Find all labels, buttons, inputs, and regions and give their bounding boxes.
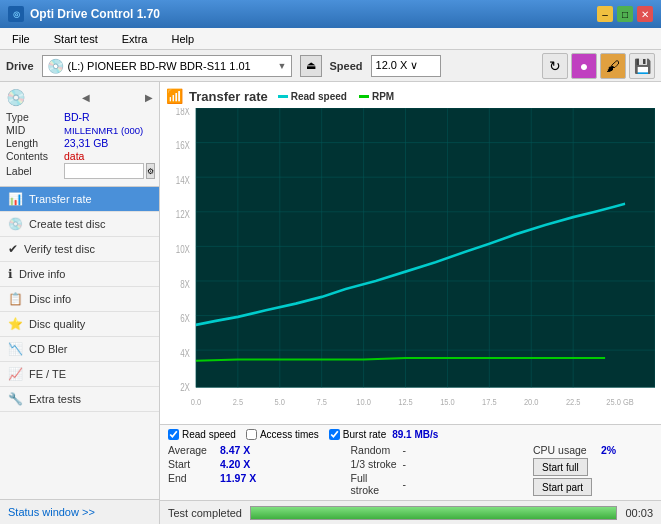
disc-type-row: Type BD-R — [6, 111, 153, 123]
disc-mid-row: MID MILLENMR1 (000) — [6, 124, 153, 136]
main-layout: 💿 ◀ ▶ Type BD-R MID MILLENMR1 (000) Leng… — [0, 82, 661, 524]
stats-end-value: 11.97 X — [220, 472, 258, 484]
nav-item-drive-info-label: Drive info — [19, 268, 65, 280]
content-area: 📶 Transfer rate Read speed RPM — [160, 82, 661, 524]
nav-item-fe-te-label: FE / TE — [29, 368, 66, 380]
nav-item-create-test-disc[interactable]: 💿 Create test disc — [0, 212, 159, 237]
drive-disc-icon: 💿 — [47, 58, 64, 74]
svg-text:12.5: 12.5 — [398, 396, 413, 407]
stats-cpu-row: CPU usage 2% — [533, 444, 639, 456]
disc-contents-row: Contents data — [6, 150, 153, 162]
svg-text:17.5: 17.5 — [482, 396, 497, 407]
save-button[interactable]: 💾 — [629, 53, 655, 79]
svg-text:10X: 10X — [176, 243, 191, 255]
svg-text:7.5: 7.5 — [316, 396, 326, 407]
verify-test-disc-icon: ✔ — [8, 242, 18, 256]
nav-item-transfer-rate[interactable]: 📊 Transfer rate — [0, 187, 159, 212]
stats-start-value: 4.20 X — [220, 458, 258, 470]
svg-text:14X: 14X — [176, 174, 191, 186]
disc-mid-value: MILLENMR1 (000) — [64, 125, 143, 136]
settings-button[interactable]: ● — [571, 53, 597, 79]
nav-item-verify-test-disc[interactable]: ✔ Verify test disc — [0, 237, 159, 262]
nav-item-fe-te[interactable]: 📈 FE / TE — [0, 362, 159, 387]
legend-read-speed: Read speed — [278, 91, 347, 102]
nav-item-cd-bler-label: CD Bler — [29, 343, 68, 355]
disc-label-btn[interactable]: ⚙ — [146, 163, 155, 179]
nav-item-disc-info[interactable]: 📋 Disc info — [0, 287, 159, 312]
nav-item-create-test-disc-label: Create test disc — [29, 218, 105, 230]
stats-rows: Average 8.47 X Start 4.20 X End 11.97 X — [168, 444, 653, 496]
menu-file[interactable]: File — [4, 31, 38, 47]
window-controls: – □ ✕ — [597, 6, 653, 22]
burst-rate-checkbox[interactable] — [329, 429, 340, 440]
svg-text:2.5: 2.5 — [233, 396, 243, 407]
disc-type-label: Type — [6, 111, 64, 123]
stats-col-right: CPU usage 2% Start full Start part — [533, 444, 653, 496]
stats-stroke-value: - — [403, 458, 441, 470]
svg-text:15.0: 15.0 — [440, 396, 455, 407]
svg-text:6X: 6X — [180, 312, 190, 324]
read-speed-checkbox-label: Read speed — [182, 429, 236, 440]
checkbox-read-speed[interactable]: Read speed — [168, 429, 236, 440]
stats-stroke-label: 1/3 stroke — [351, 458, 399, 470]
disc-nav-prev[interactable]: ◀ — [82, 92, 90, 103]
chart-container: 📶 Transfer rate Read speed RPM — [160, 82, 661, 424]
chart-title-row: 📶 Transfer rate Read speed RPM — [166, 88, 655, 104]
disc-contents-label: Contents — [6, 150, 64, 162]
disc-icon: 💿 — [6, 88, 26, 107]
start-part-button[interactable]: Start part — [533, 478, 592, 496]
nav-item-disc-info-label: Disc info — [29, 293, 71, 305]
status-window-label: Status window >> — [8, 506, 95, 518]
checkbox-access-times[interactable]: Access times — [246, 429, 319, 440]
stats-start-part-row: Start part — [533, 478, 592, 496]
access-times-checkbox[interactable] — [246, 429, 257, 440]
stats-random-value: - — [403, 444, 441, 456]
minimize-button[interactable]: – — [597, 6, 613, 22]
close-button[interactable]: ✕ — [637, 6, 653, 22]
read-speed-checkbox[interactable] — [168, 429, 179, 440]
disc-length-value: 23,31 GB — [64, 137, 108, 149]
stats-col-left: Average 8.47 X Start 4.20 X End 11.97 X — [168, 444, 351, 496]
stats-col-middle: Random - 1/3 stroke - Full stroke - — [351, 444, 534, 496]
start-full-button[interactable]: Start full — [533, 458, 588, 476]
nav-item-cd-bler[interactable]: 📉 CD Bler — [0, 337, 159, 362]
app-title: Opti Drive Control 1.70 — [30, 7, 160, 21]
checkbox-burst-rate[interactable]: Burst rate 89.1 MB/s — [329, 429, 439, 440]
status-text: Test completed — [168, 507, 242, 519]
svg-text:8X: 8X — [180, 277, 190, 289]
svg-text:4X: 4X — [180, 347, 190, 359]
speed-selector[interactable]: 12.0 X ∨ — [371, 55, 441, 77]
stats-area: Read speed Access times Burst rate 89.1 … — [160, 424, 661, 500]
menu-start-test[interactable]: Start test — [46, 31, 106, 47]
skin-button[interactable]: 🖌 — [600, 53, 626, 79]
disc-info-panel: 💿 ◀ ▶ Type BD-R MID MILLENMR1 (000) Leng… — [0, 82, 159, 187]
disc-nav-next[interactable]: ▶ — [145, 92, 153, 103]
stats-start-row: Start 4.20 X — [168, 458, 351, 470]
time-text: 00:03 — [625, 507, 653, 519]
nav-item-disc-quality[interactable]: ⭐ Disc quality — [0, 312, 159, 337]
stats-random-label: Random — [351, 444, 399, 456]
svg-text:5.0: 5.0 — [275, 396, 285, 407]
refresh-button[interactable]: ↻ — [542, 53, 568, 79]
nav-item-extra-tests[interactable]: 🔧 Extra tests — [0, 387, 159, 412]
progress-bar — [250, 506, 617, 520]
drive-label: Drive — [6, 60, 34, 72]
disc-label-input[interactable] — [64, 163, 144, 179]
nav-item-transfer-rate-label: Transfer rate — [29, 193, 92, 205]
svg-rect-0 — [196, 108, 655, 387]
nav-items: 📊 Transfer rate 💿 Create test disc ✔ Ver… — [0, 187, 159, 499]
status-window-button[interactable]: Status window >> — [0, 499, 159, 524]
menu-help[interactable]: Help — [163, 31, 202, 47]
menu-extra[interactable]: Extra — [114, 31, 156, 47]
stats-average-row: Average 8.47 X — [168, 444, 351, 456]
stats-cpu-label: CPU usage — [533, 444, 597, 456]
sidebar: 💿 ◀ ▶ Type BD-R MID MILLENMR1 (000) Leng… — [0, 82, 160, 524]
drive-selector[interactable]: 💿 (L:) PIONEER BD-RW BDR-S11 1.01 ▼ — [42, 55, 292, 77]
stats-average-label: Average — [168, 444, 216, 456]
chart-svg-container: 18X 16X 14X 12X 10X 8X 6X 4X 2X 0.0 2.5 … — [166, 108, 655, 414]
maximize-button[interactable]: □ — [617, 6, 633, 22]
nav-item-drive-info[interactable]: ℹ Drive info — [0, 262, 159, 287]
drive-select-text: (L:) PIONEER BD-RW BDR-S11 1.01 — [68, 60, 274, 72]
drive-dropdown-arrow: ▼ — [278, 61, 287, 71]
eject-button[interactable]: ⏏ — [300, 55, 322, 77]
